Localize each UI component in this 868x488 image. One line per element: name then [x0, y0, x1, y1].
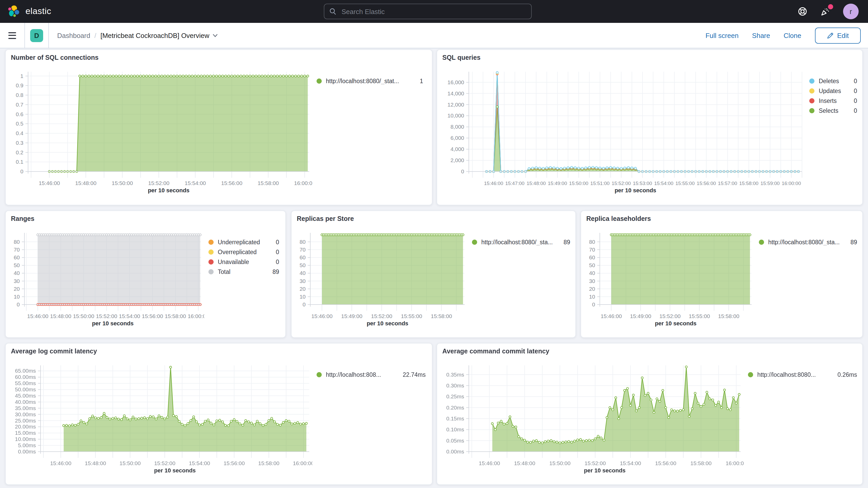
- legend-value: 1: [415, 78, 423, 84]
- space-selector[interactable]: D: [25, 23, 49, 48]
- svg-text:15:58:00: 15:58:00: [258, 460, 280, 466]
- breadcrumb-dashboard[interactable]: Dashboard: [57, 31, 90, 39]
- panel-title[interactable]: Average command commit latency: [442, 348, 857, 355]
- svg-text:15:52:00: 15:52:00: [612, 181, 631, 186]
- svg-text:15:57:00: 15:57:00: [718, 181, 737, 186]
- svg-text:15:46:00: 15:46:00: [50, 460, 71, 466]
- legend-item[interactable]: Deletes0: [809, 78, 857, 84]
- svg-text:15:46:00: 15:46:00: [479, 460, 500, 466]
- svg-text:per 10 seconds: per 10 seconds: [655, 320, 696, 327]
- chart-replicas-per-store[interactable]: 0102030405060708015:46:0015:49:0015:52:0…: [297, 227, 468, 330]
- legend-item[interactable]: Selects0: [809, 108, 857, 114]
- legend-label: http://localhost:8080/_sta...: [481, 239, 553, 245]
- page-title[interactable]: [Metricbeat CockroachDB] Overview: [100, 31, 218, 39]
- life-ring-icon: [797, 6, 808, 17]
- clone-button[interactable]: Clone: [783, 31, 801, 39]
- chart-avg-command-commit-latency[interactable]: 0.00ms0.05ms0.10ms0.15ms0.20ms0.25ms0.30…: [442, 360, 744, 477]
- svg-text:10,000: 10,000: [447, 113, 464, 119]
- header-actions: r: [797, 0, 868, 23]
- panel-title[interactable]: Replica leaseholders: [586, 215, 857, 222]
- svg-text:15:51:00: 15:51:00: [590, 181, 610, 186]
- full-screen-button[interactable]: Full screen: [706, 31, 739, 39]
- global-search[interactable]: [324, 4, 532, 19]
- panel-average-log-commit-latency: Average log commit latency 0.00ms5.00ms1…: [5, 343, 432, 485]
- legend-value: 0: [849, 88, 857, 94]
- svg-text:15:50:00: 15:50:00: [73, 313, 94, 319]
- svg-text:15:56:00: 15:56:00: [221, 180, 243, 186]
- chart-legend: Underreplicated0Overreplicated0Unavailab…: [209, 227, 279, 330]
- user-avatar[interactable]: r: [843, 4, 859, 19]
- share-button[interactable]: Share: [752, 31, 770, 39]
- svg-text:60: 60: [589, 254, 595, 261]
- svg-text:6,000: 6,000: [451, 135, 464, 141]
- edit-button[interactable]: Edit: [815, 27, 861, 43]
- legend-item[interactable]: http://localhost:808...22.74ms: [316, 372, 426, 378]
- legend-item[interactable]: http://localhost:8080/_stat...1: [316, 78, 423, 84]
- chart-ranges[interactable]: 0102030405060708015:46:0015:48:0015:50:0…: [11, 227, 204, 330]
- svg-text:80: 80: [589, 239, 595, 245]
- svg-text:per 10 seconds: per 10 seconds: [92, 320, 133, 327]
- legend-label: http://localhost:8080/_sta...: [768, 239, 840, 245]
- chart-plot: 0102030405060708015:46:0015:49:0015:52:0…: [297, 227, 468, 330]
- svg-text:20.00ms: 20.00ms: [15, 424, 36, 430]
- chart-sql-queries[interactable]: 02,0004,0006,0008,00010,00012,00014,0001…: [442, 66, 805, 196]
- svg-text:60.00ms: 60.00ms: [15, 374, 36, 380]
- svg-text:per 10 seconds: per 10 seconds: [367, 320, 408, 327]
- svg-text:15:54:00: 15:54:00: [620, 460, 641, 466]
- legend-label: Overreplicated: [218, 249, 257, 255]
- legend-dot: [809, 79, 814, 84]
- chart-avg-log-commit-latency[interactable]: 0.00ms5.00ms10.00ms15.00ms20.00ms25.00ms…: [11, 360, 312, 477]
- legend-dot: [809, 98, 814, 103]
- svg-text:0.15ms: 0.15ms: [446, 416, 464, 422]
- svg-text:0: 0: [17, 301, 20, 307]
- panel-replicas-per-store: Replicas per Store 0102030405060708015:4…: [291, 211, 576, 338]
- legend-item[interactable]: Overreplicated0: [209, 249, 279, 255]
- legend-item[interactable]: http://localhost:8080/_sta...89: [759, 239, 857, 245]
- panel-title[interactable]: Replicas per Store: [297, 215, 570, 222]
- svg-text:15:56:00: 15:56:00: [142, 313, 163, 319]
- chart-plot: 0102030405060708015:46:0015:48:0015:50:0…: [11, 227, 204, 330]
- svg-text:16:00:00: 16:00:00: [293, 460, 312, 466]
- legend-item[interactable]: Inserts0: [809, 98, 857, 104]
- legend-value: 89: [846, 239, 857, 245]
- panel-title[interactable]: Average log commit latency: [11, 348, 427, 355]
- svg-text:40: 40: [589, 270, 595, 276]
- panel-title[interactable]: Ranges: [11, 215, 280, 222]
- legend-item[interactable]: Total89: [209, 269, 279, 275]
- legend-dot: [316, 79, 322, 84]
- legend-item[interactable]: http://localhost:8080/_sta...89: [472, 239, 570, 245]
- svg-text:30: 30: [589, 278, 595, 284]
- svg-text:15:58:00: 15:58:00: [718, 313, 739, 319]
- svg-text:50: 50: [589, 262, 595, 268]
- legend-item[interactable]: Underreplicated0: [209, 239, 279, 245]
- legend-item[interactable]: Updates0: [809, 88, 857, 94]
- legend-value: 0: [272, 239, 279, 245]
- svg-text:65.00ms: 65.00ms: [15, 368, 36, 374]
- legend-item[interactable]: http://localhost:8080...0.26ms: [748, 372, 857, 378]
- svg-text:10: 10: [589, 294, 595, 300]
- svg-text:15:56:00: 15:56:00: [223, 460, 245, 466]
- legend-item[interactable]: Unavailable0: [209, 259, 279, 265]
- svg-text:40: 40: [300, 270, 306, 276]
- newsfeed-button[interactable]: [820, 6, 831, 17]
- svg-text:15:56:00: 15:56:00: [655, 460, 677, 466]
- svg-text:10.00ms: 10.00ms: [15, 436, 36, 442]
- panel-title[interactable]: SQL queries: [442, 54, 857, 61]
- search-input[interactable]: [340, 7, 526, 16]
- elastic-logo[interactable]: elastic: [0, 5, 51, 18]
- chart-sql-connections[interactable]: 00.10.20.30.40.50.60.70.80.9115:46:0015:…: [11, 66, 312, 196]
- help-button[interactable]: [797, 6, 808, 17]
- notification-dot: [828, 4, 833, 9]
- menu-button[interactable]: [0, 23, 25, 48]
- legend-dot: [748, 372, 753, 377]
- svg-text:10: 10: [14, 294, 20, 300]
- chevron-down-icon: [213, 33, 218, 37]
- svg-text:0.5: 0.5: [16, 121, 23, 126]
- svg-text:0.10ms: 0.10ms: [446, 426, 464, 432]
- svg-text:16:00:00: 16:00:00: [294, 180, 312, 186]
- legend-label: Unavailable: [218, 259, 249, 265]
- legend-label: Total: [218, 269, 230, 275]
- legend-label: http://localhost:8080/_stat...: [326, 78, 399, 84]
- chart-replica-leaseholders[interactable]: 0102030405060708015:46:0015:49:0015:52:0…: [586, 227, 755, 330]
- panel-title[interactable]: Number of SQL connections: [11, 54, 427, 61]
